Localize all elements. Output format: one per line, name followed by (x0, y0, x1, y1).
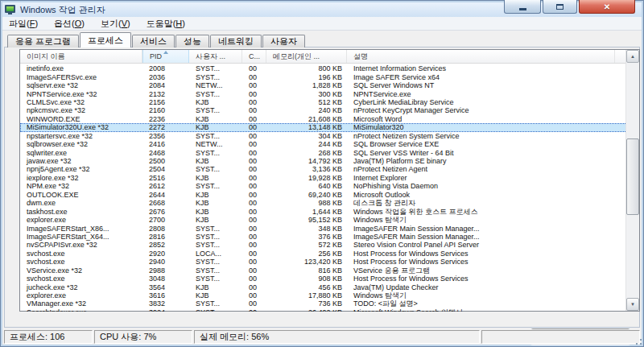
cell-description: NPNTService.exe (347, 90, 615, 98)
cell-description: Host Process for Windows Services (347, 258, 615, 266)
cell-image-name: MiSimulator320U.exe *32 (20, 123, 142, 131)
process-row[interactable]: explorer.exe3616KJB0017,880 KBWindows 탐색… (20, 291, 627, 299)
cell-pid: 2468 (142, 149, 189, 157)
process-row[interactable]: svchost.exe2940SYST...00123,420 KBHost P… (20, 258, 627, 266)
cell-user: KJB (189, 123, 242, 131)
cell-memory: 736 KB (266, 299, 347, 308)
cell-image-name: javaw.exe *32 (20, 157, 142, 165)
cell-pid: 2816 (142, 233, 189, 241)
process-row[interactable]: OUTLOOK.EXE2644KJB0069,240 KBMicrosoft O… (20, 191, 627, 199)
task-manager-window: Windows 작업 관리자 ✕ 파일(F) 옵션(O) 보기(V) 도움말(H… (0, 0, 644, 347)
cell-description: nProtect Netizen System Service (347, 132, 615, 140)
process-row[interactable]: javaw.exe *322500KJB0014,792 KBJava(TM) … (20, 157, 627, 165)
cell-user: KJB (189, 157, 242, 165)
vertical-scrollbar[interactable]: ▲ ▼ (625, 50, 639, 311)
cell-memory: 268 KB (266, 149, 347, 157)
column-header-image-name[interactable]: 이미지 이름 (20, 50, 142, 63)
cell-description: Windows 탐색기 (347, 216, 615, 224)
process-row[interactable]: ImageSAFERSvc.exe2036SYST...00196 KBImag… (20, 72, 627, 81)
process-row[interactable]: explorer.exe2700KJB0095,152 KBWindows 탐색… (20, 216, 627, 224)
cell-image-name: explorer.exe (20, 216, 142, 224)
menu-options[interactable]: 옵션(O) (48, 17, 90, 31)
tab-0[interactable]: 응용 프로그램 (7, 35, 79, 48)
cell-image-name: dwm.exe (20, 199, 142, 207)
scrollbar-thumb[interactable] (626, 138, 639, 215)
process-row[interactable]: jucheck.exe *323564KJB00456 KBJava(TM) U… (20, 283, 627, 291)
menu-help[interactable]: 도움말(H) (141, 17, 191, 31)
process-row[interactable]: WINWORD.EXE2236KJB0021,608 KBMicrosoft W… (20, 115, 627, 123)
cell-cpu: 00 (242, 123, 266, 131)
menu-bar: 파일(F) 옵션(O) 보기(V) 도움말(H) (2, 17, 642, 31)
tab-5[interactable]: 사용자 (262, 35, 305, 48)
minimize-button[interactable] (504, 0, 541, 14)
process-row[interactable]: taskhost.exe2676KJB001,644 KBWindows 작업을… (20, 207, 627, 215)
process-row[interactable]: svchost.exe3048SYST...00908 KBHost Proce… (20, 275, 627, 283)
cell-memory: 256 KB (266, 250, 347, 258)
cell-memory: 3,136 KB (266, 165, 347, 173)
close-button[interactable]: ✕ (579, 0, 635, 14)
column-header-memory[interactable]: 메모리(개인 ... (266, 50, 347, 63)
process-row[interactable]: sqlbrowser.exe *322416NETW...00244 KBSQL… (20, 140, 627, 148)
process-row[interactable]: MiSimulator320U.exe *322272KJB0013,148 K… (20, 123, 627, 131)
resize-grip[interactable] (633, 336, 643, 346)
cell-user: SYST... (189, 64, 242, 72)
cell-image-name: taskhost.exe (20, 208, 142, 216)
maximize-button[interactable] (543, 0, 577, 14)
cell-description: Microsoft Word (347, 115, 615, 123)
process-row[interactable]: sqlservr.exe *322084NETW...001,828 KBSQL… (20, 81, 627, 89)
scroll-down-button[interactable]: ▼ (626, 298, 639, 311)
cell-user: KJB (189, 216, 242, 224)
cell-pid: 2808 (142, 225, 189, 233)
cell-memory: 908 KB (266, 275, 347, 283)
tab-3[interactable]: 성능 (175, 35, 209, 48)
status-physical-memory: 실제 메모리: 56% (194, 330, 480, 344)
process-list: 이미지 이름 PID 사용자 ... C... 메모리(개인 ... 설명 in… (19, 49, 640, 312)
process-row[interactable]: npstartersvc.exe *322356SYST...00304 KBn… (20, 132, 627, 140)
column-header-cpu[interactable]: C... (242, 50, 266, 63)
process-row[interactable]: dwm.exe2668KJB00988 KB데스크톱 창 관리자 (20, 199, 627, 207)
scroll-up-button[interactable]: ▲ (626, 50, 639, 63)
tab-1[interactable]: 프로세스 (80, 32, 131, 48)
tab-2[interactable]: 서비스 (132, 35, 175, 48)
cell-cpu: 00 (242, 275, 266, 283)
process-row[interactable]: ImageSAFERStart_X86...2808SYST...00348 K… (20, 224, 627, 232)
cell-description: VService 응용 프로그램 (347, 266, 615, 275)
cell-user: SYST... (189, 149, 242, 157)
cell-pid: 3564 (142, 283, 189, 291)
cell-memory: 304 KB (266, 132, 347, 140)
tab-4[interactable]: 네트워킹 (210, 35, 262, 48)
cell-pid: 2500 (142, 157, 189, 165)
cell-user: SYST... (189, 73, 242, 81)
process-row[interactable]: inetinfo.exe2008SYST...00800 KBInternet … (20, 64, 627, 72)
process-row[interactable]: CLMLSvc.exe *322156KJB00512 KBCyberLink … (20, 98, 627, 106)
process-row[interactable]: NPNTService.exe *322132SYST...00300 KBNP… (20, 89, 627, 97)
process-row[interactable]: sqlwriter.exe2468SYST...00268 KBSQL Serv… (20, 148, 627, 156)
process-row[interactable]: nvSCPAPISvr.exe *322852SYST...00572 KBSt… (20, 241, 627, 249)
process-row[interactable]: iexplore.exe *322516KJB0019,928 KBIntern… (20, 174, 627, 182)
cell-image-name: npnj5Agent.exe *32 (20, 165, 142, 173)
cell-pid: 2084 (142, 81, 189, 89)
process-row[interactable]: npnj5Agent.exe *322504SYST...003,136 KBn… (20, 165, 627, 173)
column-header-user[interactable]: 사용자 ... (189, 50, 242, 63)
cell-cpu: 00 (242, 250, 266, 258)
task-manager-icon (5, 5, 16, 15)
window-title: Windows 작업 관리자 (20, 4, 105, 16)
process-row[interactable]: SearchIndexer.exe3924SYST...0026,492 KBM… (20, 308, 627, 312)
process-row[interactable]: VService.exe *322988SYST...00816 KBVServ… (20, 266, 627, 275)
process-row[interactable]: npkcmsvc.exe *322160SYST...00240 KBnProt… (20, 106, 627, 114)
cell-user: KJB (189, 199, 242, 207)
process-row[interactable]: ImageSAFERStart_X64...2816SYST...00376 K… (20, 233, 627, 241)
cell-pid: 2160 (142, 106, 189, 114)
cell-description: SQL Server VSS Writer - 64 Bit (347, 149, 615, 157)
column-header-description[interactable]: 설명 (347, 50, 615, 63)
cell-pid: 2644 (142, 191, 189, 199)
column-header-pid[interactable]: PID (142, 50, 189, 63)
menu-file[interactable]: 파일(F) (3, 17, 43, 31)
cell-user: SYST... (189, 233, 242, 241)
process-row[interactable]: NPM.exe *322612SYST...00640 KBNoPhishing… (20, 182, 627, 190)
menu-view[interactable]: 보기(V) (95, 17, 136, 31)
process-row[interactable]: svchost.exe2920LOCA...00256 KBHost Proce… (20, 250, 627, 258)
cell-cpu: 00 (242, 283, 266, 291)
cell-cpu: 00 (242, 98, 266, 106)
process-row[interactable]: VManager.exe *323832SYST...00736 KBTODO:… (20, 299, 627, 308)
